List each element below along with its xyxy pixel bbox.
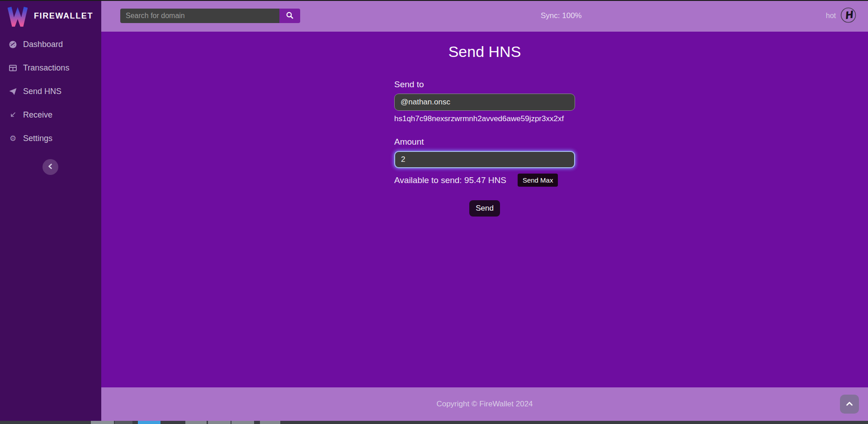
sidebar-item-label: Receive [23,110,52,120]
chevron-left-icon [47,162,55,172]
search-button[interactable] [279,9,300,23]
wallet-selector[interactable]: hot H [826,0,856,32]
sidebar-item-label: Transactions [23,63,69,73]
window-top-edge [0,0,868,1]
brand-name: FIREWALLET [34,11,93,21]
amount-label: Amount [394,137,575,147]
sidebar-nav: Dashboard Transactions Send HNS [0,33,101,150]
taskbar-segment [260,421,280,424]
send-to-input[interactable] [394,94,575,111]
taskbar-segment [231,421,254,424]
sidebar-item-dashboard[interactable]: Dashboard [0,33,101,56]
domain-search [120,9,300,23]
page-title: Send HNS [101,43,868,61]
send-to-label: Send to [394,80,575,90]
sidebar-item-transactions[interactable]: Transactions [0,56,101,80]
dashboard-gauge-icon [9,40,17,49]
search-input[interactable] [120,9,279,23]
receive-arrow-icon [9,111,17,119]
taskbar-segment [185,421,207,424]
send-form: Send to hs1qh7c98nexsrzwrmnh2avved6awe59… [394,80,575,217]
taskbar-segment [208,421,231,424]
firewallet-w-logo-icon [8,5,28,27]
amount-input[interactable] [394,151,575,168]
sidebar-item-settings[interactable]: ⚙ Settings [0,127,101,150]
main-content: Send HNS Send to hs1qh7c98nexsrzwrmnh2av… [101,32,868,387]
send-button[interactable]: Send [469,200,500,217]
transactions-table-icon [9,64,17,72]
available-balance-text: Available to send: 95.47 HNS [394,175,506,185]
copyright-text: Copyright © FireWallet 2024 [101,387,868,421]
svg-text:H: H [844,9,855,21]
sidebar: FIREWALLET Dashboard Transactions [0,0,101,421]
sidebar-collapse-button[interactable] [42,159,58,175]
sync-status: Sync: 100% [541,0,582,32]
sidebar-item-send-hns[interactable]: Send HNS [0,80,101,103]
topbar: Sync: 100% hot H [101,0,868,32]
sidebar-item-label: Dashboard [23,40,63,49]
footer: Copyright © FireWallet 2024 [101,387,868,421]
sidebar-item-label: Settings [23,134,52,143]
taskbar-strip [0,421,868,424]
resolved-address: hs1qh7c98nexsrzwrmnh2avved6awe59jzpr3xx2… [394,114,575,123]
settings-gear-icon: ⚙ [9,134,17,143]
sidebar-item-receive[interactable]: Receive [0,103,101,127]
send-max-button[interactable]: Send Max [518,174,558,187]
chevron-up-icon [845,400,854,409]
sidebar-item-label: Send HNS [23,87,61,96]
brand-logo-home[interactable]: FIREWALLET [0,0,101,32]
search-icon [286,11,294,21]
taskbar-segment [91,421,114,424]
scroll-to-top-button[interactable] [840,395,859,414]
taskbar-segment [115,421,132,424]
send-plane-icon [9,87,17,96]
wallet-name: hot [826,12,836,20]
taskbar-segment [138,421,160,424]
handshake-logo-icon: H [840,7,856,25]
